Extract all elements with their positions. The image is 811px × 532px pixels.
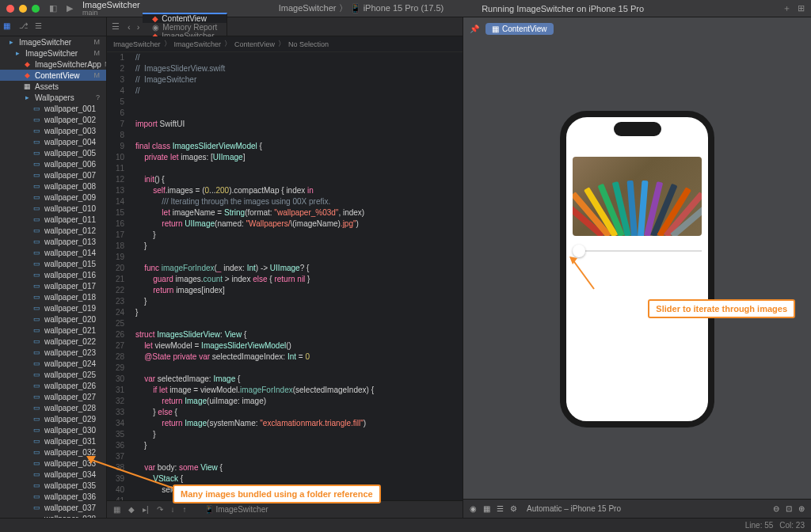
nav-wallpaper-013[interactable]: ▭wallpaper_013 (0, 236, 106, 247)
nav-wallpaper-035[interactable]: ▭wallpaper_035 (0, 480, 106, 491)
simulator-preview[interactable] (560, 111, 714, 428)
editor-area: ☰ ‹ › ◆ContentView◉Memory Report◆ImageSw… (107, 17, 463, 518)
close-window[interactable] (6, 5, 14, 13)
step-in-icon[interactable]: ↓ (171, 505, 175, 514)
slider-thumb[interactable] (573, 245, 585, 257)
nav-wallpaper-010[interactable]: ▭wallpaper_010 (0, 203, 106, 214)
nav-wallpaper-037[interactable]: ▭wallpaper_037 (0, 502, 106, 513)
pin-icon[interactable]: 📌 (470, 25, 479, 33)
zoom-window[interactable] (32, 5, 40, 13)
canvas-toolbar: 📌 ▦ ContentView (463, 17, 811, 40)
bookmarks-nav-icon[interactable]: ☰ (35, 21, 46, 32)
continue-icon[interactable]: ▸| (143, 505, 149, 514)
nav-wallpaper-017[interactable]: ▭wallpaper_017 (0, 280, 106, 291)
zoom-in-icon[interactable]: ⊕ (798, 504, 805, 513)
nav-wallpaper-009[interactable]: ▭wallpaper_009 (0, 192, 106, 203)
forward-icon[interactable]: › (134, 22, 143, 32)
nav-wallpaper-018[interactable]: ▭wallpaper_018 (0, 291, 106, 302)
nav-wallpaper-024[interactable]: ▭wallpaper_024 (0, 358, 106, 369)
tab-bar: ☰ ‹ › ◆ContentView◉Memory Report◆ImageSw… (107, 17, 463, 36)
nav-wallpaper-025[interactable]: ▭wallpaper_025 (0, 369, 106, 380)
nav-wallpaper-003[interactable]: ▭wallpaper_003 (0, 125, 106, 136)
nav-item-wallpapers[interactable]: ▸Wallpapers? (0, 92, 106, 103)
nav-wallpaper-021[interactable]: ▭wallpaper_021 (0, 325, 106, 336)
nav-wallpaper-033[interactable]: ▭wallpaper_033 (0, 458, 106, 469)
nav-wallpaper-030[interactable]: ▭wallpaper_030 (0, 424, 106, 435)
debug-toggle-icon[interactable]: ▦ (113, 505, 120, 514)
titlebar: ◧ ▶ ImageSwitcher main ImageSwitcher 〉 📱… (0, 0, 811, 17)
nav-wallpaper-015[interactable]: ▭wallpaper_015 (0, 258, 106, 269)
activity-status: Running ImageSwitcher on iPhone 15 Pro (482, 4, 644, 13)
zoom-out-icon[interactable]: ⊖ (773, 504, 779, 513)
canvas-bottom-bar: ◉ ▦ ☰ ⚙ Automatic – iPhone 15 Pro ⊖ ⊡ ⊕ (463, 499, 811, 518)
live-mode-icon[interactable]: ◉ (470, 504, 477, 513)
code-content[interactable]: //// ImagesSliderView.swift// ImageSwitc… (129, 52, 463, 500)
tab-contentview[interactable]: ◆ContentView (143, 13, 227, 23)
device-settings-icon[interactable]: ⚙ (510, 504, 517, 513)
nav-wallpaper-028[interactable]: ▭wallpaper_028 (0, 402, 106, 413)
annotation-slider: Slider to iterate through images (648, 299, 795, 318)
source-editor[interactable]: 1234567891011121314151617181920212223242… (107, 52, 463, 500)
nav-root[interactable]: ▸ImageSwitcherM (0, 36, 106, 48)
traffic-lights (6, 5, 40, 13)
scheme-selector[interactable]: ImageSwitcher main (82, 0, 140, 17)
library-icon[interactable]: ⊞ (798, 3, 805, 13)
preview-selector[interactable]: ▦ ContentView (485, 23, 554, 35)
nav-wallpaper-008[interactable]: ▭wallpaper_008 (0, 180, 106, 192)
preview-slider[interactable] (573, 250, 702, 252)
nav-wallpaper-029[interactable]: ▭wallpaper_029 (0, 413, 106, 424)
annotation-folder: Many images bundled using a folder refer… (173, 484, 381, 504)
nav-wallpaper-026[interactable]: ▭wallpaper_026 (0, 380, 106, 391)
status-bar: Line: 55 Col: 23 (0, 518, 811, 532)
scheme-target[interactable]: ImageSwitcher 〉 📱 iPhone 15 Pro (17.5) (279, 2, 444, 14)
step-over-icon[interactable]: ↷ (157, 505, 163, 514)
navigator-selector: ▦ ⎇ ☰ (0, 17, 106, 36)
nav-wallpaper-005[interactable]: ▭wallpaper_005 (0, 147, 106, 158)
nav-item-imageswitcherapp[interactable]: ◆ImageSwitcherAppM (0, 59, 106, 70)
nav-item-imageswitcher[interactable]: ▸ImageSwitcherM (0, 48, 106, 59)
minimize-window[interactable] (19, 5, 27, 13)
project-name: ImageSwitcher (82, 0, 140, 10)
nav-item-assets[interactable]: ▦Assets (0, 81, 106, 92)
run-button[interactable]: ▶ (67, 3, 73, 13)
nav-wallpaper-031[interactable]: ▭wallpaper_031 (0, 435, 106, 446)
zoom-fit-icon[interactable]: ⊡ (786, 504, 792, 513)
nav-wallpaper-012[interactable]: ▭wallpaper_012 (0, 225, 106, 236)
jump-bar[interactable]: ImageSwitcher 〉 ImageSwitcher 〉 ContentV… (107, 36, 463, 52)
nav-wallpaper-016[interactable]: ▭wallpaper_016 (0, 269, 106, 280)
nav-wallpaper-022[interactable]: ▭wallpaper_022 (0, 336, 106, 347)
breakpoint-icon[interactable]: ◆ (128, 505, 135, 514)
nav-wallpaper-011[interactable]: ▭wallpaper_011 (0, 214, 106, 225)
source-control-nav-icon[interactable]: ⎇ (19, 21, 30, 32)
cursor-col: Col: 23 (779, 521, 805, 530)
project-nav-icon[interactable]: ▦ (3, 21, 14, 32)
preview-canvas: 📌 ▦ ContentView Slider to iterate throug… (463, 17, 811, 518)
step-out-icon[interactable]: ↑ (183, 505, 187, 514)
nav-wallpaper-036[interactable]: ▭wallpaper_036 (0, 491, 106, 502)
nav-wallpaper-027[interactable]: ▭wallpaper_027 (0, 391, 106, 402)
selectable-mode-icon[interactable]: ▦ (483, 504, 490, 513)
nav-wallpaper-034[interactable]: ▭wallpaper_034 (0, 469, 106, 480)
dynamic-island (614, 122, 661, 136)
canvas-device-label[interactable]: Automatic – iPhone 15 Pro (527, 504, 621, 513)
add-icon[interactable]: ＋ (782, 2, 791, 14)
nav-wallpaper-007[interactable]: ▭wallpaper_007 (0, 169, 106, 180)
nav-wallpaper-014[interactable]: ▭wallpaper_014 (0, 247, 106, 258)
project-navigator: ▦ ⎇ ☰ ▸ImageSwitcherM▸ImageSwitcherM◆Ima… (0, 17, 107, 518)
variants-icon[interactable]: ☰ (497, 504, 504, 513)
back-icon[interactable]: ‹ (124, 22, 134, 32)
nav-wallpaper-020[interactable]: ▭wallpaper_020 (0, 314, 106, 325)
nav-wallpaper-038[interactable]: ▭wallpaper_038 (0, 513, 106, 518)
cursor-line: Line: 55 (745, 521, 774, 530)
nav-item-contentview[interactable]: ◆ContentViewM (0, 70, 106, 81)
nav-wallpaper-004[interactable]: ▭wallpaper_004 (0, 136, 106, 147)
sidebar-toggle-icon[interactable]: ◧ (49, 3, 57, 13)
nav-wallpaper-023[interactable]: ▭wallpaper_023 (0, 347, 106, 358)
nav-wallpaper-032[interactable]: ▭wallpaper_032 (0, 446, 106, 458)
related-items-icon[interactable]: ☰ (107, 21, 124, 32)
nav-wallpaper-006[interactable]: ▭wallpaper_006 (0, 158, 106, 169)
tab-memory-report[interactable]: ◉Memory Report (143, 23, 227, 32)
nav-wallpaper-001[interactable]: ▭wallpaper_001 (0, 103, 106, 114)
nav-wallpaper-002[interactable]: ▭wallpaper_002 (0, 114, 106, 125)
nav-wallpaper-019[interactable]: ▭wallpaper_019 (0, 302, 106, 314)
